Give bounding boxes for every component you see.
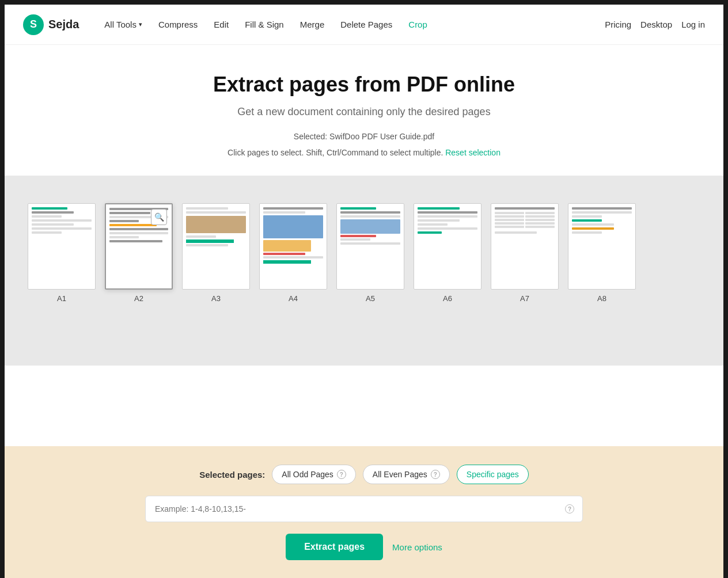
navbar: S Sejda All Tools ▾ Compress Edit Fill &… bbox=[5, 5, 723, 45]
even-help-icon[interactable]: ? bbox=[431, 470, 440, 479]
specific-input-wrap: ? bbox=[145, 496, 583, 522]
page-label-a3: A3 bbox=[211, 294, 221, 303]
nav-crop[interactable]: Crop bbox=[401, 15, 434, 34]
nav-right: Pricing Desktop Log in bbox=[605, 20, 705, 29]
nav-login[interactable]: Log in bbox=[681, 20, 705, 29]
selected-pages-row: Selected pages: All Odd Pages ? All Even… bbox=[23, 465, 705, 484]
specific-pages-button[interactable]: Specific pages bbox=[457, 465, 529, 484]
page-thumb-a8[interactable] bbox=[568, 203, 636, 290]
nav-pricing[interactable]: Pricing bbox=[605, 20, 631, 29]
page-title: Extract pages from PDF online bbox=[23, 73, 705, 97]
nav-delete-pages[interactable]: Delete Pages bbox=[333, 15, 399, 34]
page-label-a8: A8 bbox=[597, 294, 606, 303]
page-item-a4[interactable]: A4 bbox=[259, 203, 327, 303]
nav-links: All Tools ▾ Compress Edit Fill & Sign Me… bbox=[97, 15, 605, 34]
logo-icon: S bbox=[23, 14, 44, 35]
page-item-a2[interactable]: 🔍 A2 bbox=[105, 203, 173, 303]
page-thumb-a6[interactable] bbox=[414, 203, 481, 290]
nav-edit[interactable]: Edit bbox=[207, 15, 236, 34]
input-help: ? bbox=[557, 504, 582, 514]
page-item-a6[interactable]: A6 bbox=[414, 203, 481, 303]
page-item-a7[interactable]: A7 bbox=[491, 203, 559, 303]
pages-area: A1 🔍 bbox=[5, 176, 723, 366]
extract-pages-button[interactable]: Extract pages bbox=[286, 534, 383, 560]
selected-pages-label: Selected pages: bbox=[199, 470, 265, 480]
page-label-a4: A4 bbox=[289, 294, 298, 303]
page-thumb-a7[interactable] bbox=[491, 203, 559, 290]
chevron-down-icon: ▾ bbox=[139, 21, 142, 28]
more-options-link[interactable]: More options bbox=[392, 542, 442, 552]
logo-name: Sejda bbox=[48, 18, 79, 31]
selected-file: Selected: SwifDoo PDF User Guide.pdf bbox=[23, 132, 705, 141]
spacer bbox=[5, 366, 723, 446]
even-pages-button[interactable]: All Even Pages ? bbox=[363, 465, 450, 484]
page-item-a5[interactable]: A5 bbox=[336, 203, 404, 303]
page-label-a7: A7 bbox=[520, 294, 529, 303]
page-thumb-a5[interactable] bbox=[336, 203, 404, 290]
selection-hint: Click pages to select. Shift, Ctrl/Comma… bbox=[23, 148, 705, 157]
logo[interactable]: S Sejda bbox=[23, 14, 79, 35]
page-label-a1: A1 bbox=[57, 294, 66, 303]
hero-subtitle: Get a new document containing only the d… bbox=[23, 106, 705, 118]
page-item-a8[interactable]: A8 bbox=[568, 203, 636, 303]
zoom-icon: 🔍 bbox=[151, 209, 167, 225]
nav-desktop[interactable]: Desktop bbox=[640, 20, 672, 29]
input-help-icon[interactable]: ? bbox=[565, 504, 574, 514]
action-row: Extract pages More options bbox=[23, 534, 705, 560]
odd-pages-button[interactable]: All Odd Pages ? bbox=[272, 465, 356, 484]
nav-compress[interactable]: Compress bbox=[151, 15, 204, 34]
odd-help-icon[interactable]: ? bbox=[337, 470, 346, 479]
pages-scroll: A1 🔍 bbox=[28, 194, 700, 312]
hero-section: Extract pages from PDF online Get a new … bbox=[5, 45, 723, 176]
nav-fill-sign[interactable]: Fill & Sign bbox=[238, 15, 291, 34]
page-thumb-a1[interactable] bbox=[28, 203, 96, 290]
nav-merge[interactable]: Merge bbox=[293, 15, 332, 34]
bottom-panel: Selected pages: All Odd Pages ? All Even… bbox=[5, 446, 723, 578]
nav-all-tools[interactable]: All Tools ▾ bbox=[97, 15, 149, 34]
page-thumb-a2[interactable]: 🔍 bbox=[105, 203, 173, 290]
page-range-input[interactable] bbox=[146, 496, 557, 522]
page-label-a2: A2 bbox=[134, 294, 143, 303]
page-item-a3[interactable]: A3 bbox=[182, 203, 250, 303]
page-label-a6: A6 bbox=[443, 294, 452, 303]
page-thumb-a4[interactable] bbox=[259, 203, 327, 290]
page-item-a1[interactable]: A1 bbox=[28, 203, 96, 303]
page-label-a5: A5 bbox=[366, 294, 375, 303]
reset-selection-link[interactable]: Reset selection bbox=[445, 148, 500, 157]
page-thumb-a3[interactable] bbox=[182, 203, 250, 290]
